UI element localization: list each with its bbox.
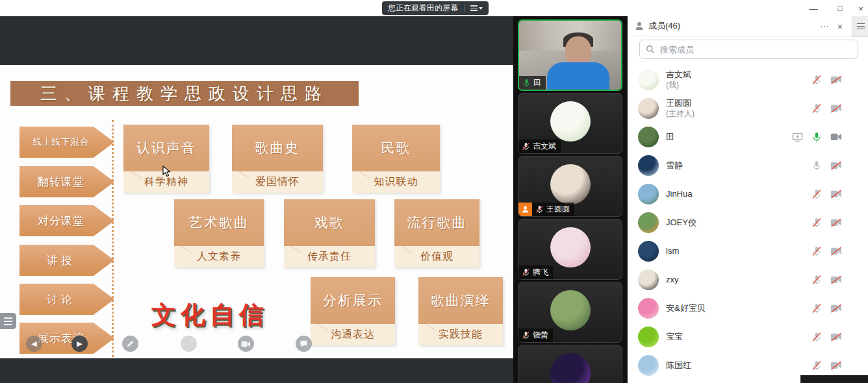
camera-off-icon[interactable] [830,161,842,170]
topic-name: 歌曲演绎 [418,277,503,324]
topic-value: 实践技能 [418,324,503,345]
member-name: JinHua [666,189,692,200]
mic-muted-icon [535,205,544,214]
member-name: JOEY佼 [666,217,696,229]
play-icon[interactable]: ▶ [71,336,88,352]
member-row[interactable]: JinHua [628,180,852,208]
member-row[interactable]: zxy [628,266,852,294]
camera-off-icon[interactable] [830,304,842,313]
member-row[interactable]: 田 [628,123,852,151]
mic-muted-icon[interactable] [811,75,822,85]
mic-muted-icon[interactable] [811,189,822,199]
avatar [638,298,659,319]
topic-name: 艺术歌曲 [174,199,264,246]
more-icon[interactable]: ··· [819,21,830,31]
dotted-divider [112,120,114,357]
minimize-button[interactable]: — [805,2,822,15]
close-panel-icon[interactable]: × [834,21,846,32]
mic-muted-icon[interactable] [811,103,822,114]
topic-box: 认识声音 科学精神 [123,125,209,193]
video-tile[interactable] [518,345,622,383]
avatar [638,184,659,204]
maximize-button[interactable]: □ [832,2,849,15]
method-arrow: 线上线下混合 [19,127,114,158]
avatar [638,355,659,376]
watching-screen-banner[interactable]: 您正在观看田的屏幕 [382,1,489,15]
mic-muted-icon[interactable] [811,246,822,256]
camera-on-icon[interactable] [830,132,842,142]
slide-title: 三、课程教学思政设计思路 [10,81,359,106]
video-tile[interactable]: 腾飞 [518,219,622,280]
avatar [638,69,659,90]
pen-icon[interactable] [122,336,138,352]
camera-off-icon[interactable] [830,361,842,370]
members-header: 成员(46) ··· × [628,16,852,36]
annotation-tab-menu-icon[interactable] [0,313,16,329]
member-row[interactable]: 宝宝 [628,323,852,351]
camera-off-icon[interactable] [830,332,842,341]
topic-value: 沟通表达 [311,324,395,345]
camera-off-icon[interactable] [830,104,842,113]
mic-muted-icon[interactable] [811,303,822,314]
topic-box: 民歌 知识联动 [352,125,440,193]
member-name: 王圆圆 [666,98,695,109]
mic-on-icon[interactable] [811,132,822,142]
topic-box: 戏歌 传承责任 [284,199,375,267]
search-input[interactable] [659,44,852,55]
camera-off-icon[interactable] [830,75,842,84]
camera-icon[interactable] [238,336,254,352]
topic-value: 人文素养 [174,246,264,267]
video-tile[interactable]: 王圆圆 [518,156,622,217]
back-arrow-icon[interactable]: ◀ [26,336,42,352]
topic-box: 流行歌曲 价值观 [394,199,479,267]
member-row[interactable]: 王圆圆(主持人) [628,94,852,123]
watching-screen-label: 您正在观看田的屏幕 [388,3,458,14]
member-name: 陈国红 [666,360,691,371]
mic-muted-icon[interactable] [811,217,822,228]
mic-muted-icon[interactable] [811,275,822,285]
avatar [550,164,591,204]
video-tile[interactable]: 田 [518,19,622,91]
member-row[interactable]: 雪静 [628,151,852,180]
mic-muted-icon[interactable] [811,360,822,371]
method-arrow: 翻转课堂 [19,166,114,197]
topic-box: 分析展示 沟通表达 [311,277,395,345]
video-tile[interactable]: 饶蕾 [518,282,622,343]
laser-icon[interactable] [181,336,197,352]
avatar [638,98,659,119]
member-row[interactable]: 安&好宝贝 [628,294,852,323]
chat-icon[interactable] [296,336,312,352]
collapse-tab-icon[interactable] [852,16,868,37]
member-search-box[interactable] [639,40,858,59]
member-name: 宝宝 [666,332,683,343]
participant-name: 饶蕾 [533,330,548,341]
host-badge-icon [518,203,532,216]
avatar [638,155,659,176]
avatar [550,353,591,383]
search-icon [646,45,655,54]
camera-off-icon[interactable] [830,247,842,256]
mic-muted-icon [522,331,530,340]
topic-box: 艺术歌曲 人文素养 [174,199,264,267]
camera-off-icon[interactable] [830,190,842,199]
member-row[interactable]: 吉文斌(我) [628,66,852,94]
topic-value: 爱国情怀 [232,171,323,193]
topic-value: 传承责任 [284,246,375,267]
member-row[interactable]: JOEY佼 [628,208,852,237]
camera-off-icon[interactable] [830,275,842,284]
avatar [550,227,591,267]
topic-box: 歌曲史 爱国情怀 [232,125,323,193]
close-button[interactable]: × [852,2,868,15]
topic-name: 分析展示 [311,277,395,324]
video-tile[interactable]: 吉文斌 [518,93,622,154]
topic-value: 知识联动 [352,171,440,193]
method-arrow: 讨论 [19,284,114,315]
mic-icon[interactable] [811,160,822,171]
shared-screen-area: 三、课程教学思政设计思路 线上线下混合翻转课堂对分课堂讲授讨论展示表演 认识声音… [0,16,513,383]
mouse-cursor [162,166,172,177]
camera-off-icon[interactable] [830,218,842,227]
participant-name: 王圆圆 [546,204,570,215]
member-row[interactable]: lsm [628,237,852,266]
mic-muted-icon[interactable] [811,332,822,342]
banner-menu-icon[interactable] [470,5,483,11]
